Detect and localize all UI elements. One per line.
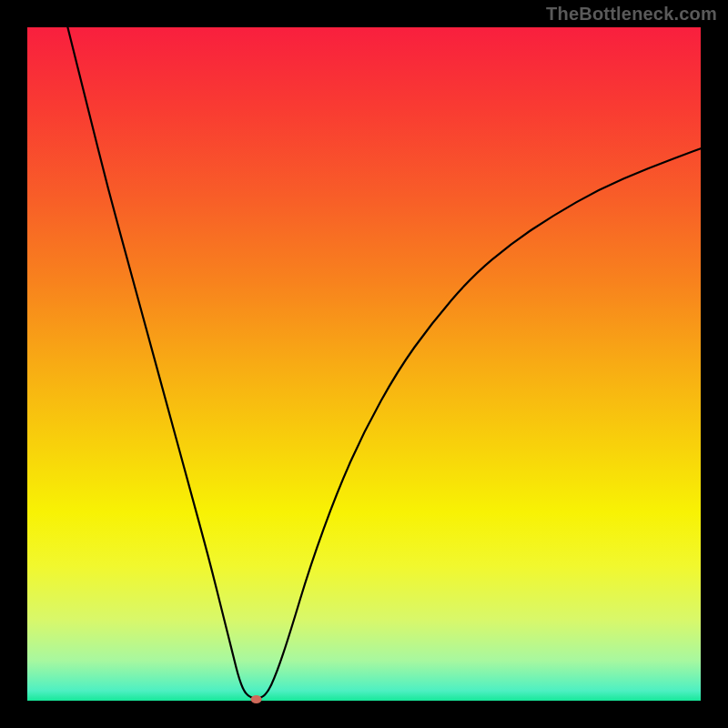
watermark-text: TheBottleneck.com	[546, 4, 717, 25]
plot-background	[27, 27, 701, 701]
chart-frame: TheBottleneck.com	[0, 0, 728, 728]
min-point-marker	[251, 695, 262, 703]
chart-svg	[0, 0, 728, 728]
